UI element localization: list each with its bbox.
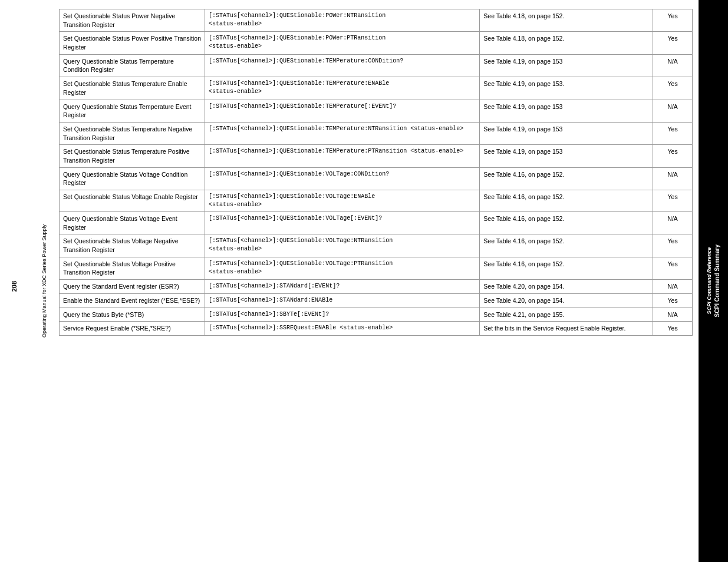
command-query: Yes <box>653 293 693 308</box>
page-container: 208 Operating Manual for XDC Series Powe… <box>0 0 728 562</box>
table-row: Query the Standard Event register (ESR?)… <box>60 280 693 294</box>
command-reference: See Table 4.18, on page 152. <box>480 32 653 54</box>
command-reference: See Table 4.21, on page 155. <box>480 308 653 322</box>
command-syntax: [:STATus[<channel>]:QUEStionable:TEMPera… <box>205 54 480 77</box>
command-reference: See Table 4.20, on page 154. <box>480 293 653 308</box>
table-row: Set Questionable Status Power Negative T… <box>60 9 693 32</box>
command-reference: See Table 4.18, on page 152. <box>480 9 653 32</box>
command-reference: See Table 4.16, on page 152. <box>480 234 653 257</box>
command-name: Query Questionable Status Voltage Event … <box>60 212 205 234</box>
command-syntax: [:STATus[<channel>]:QUEStionable:VOLTage… <box>205 190 480 212</box>
left-sidebar-text: Operating Manual for XDC Series Power Su… <box>41 224 48 338</box>
command-syntax: [:STATus[<channel>]:SSREQuest:ENABle <st… <box>205 322 480 336</box>
table-row: Set Questionable Status Temperature Enab… <box>60 77 693 100</box>
command-syntax: [:STATus[<channel>]:STANdard[:EVENt]? <box>205 280 480 294</box>
command-name: Set Questionable Status Voltage Positive… <box>60 257 205 279</box>
command-query: Yes <box>653 145 693 167</box>
command-query: Yes <box>653 32 693 54</box>
command-reference: See Table 4.16, on page 152. <box>480 190 653 212</box>
command-query: N/A <box>653 280 693 294</box>
command-name: Query the Standard Event register (ESR?) <box>60 280 205 294</box>
command-syntax: [:STATus[<channel>]:QUEStionable:VOLTage… <box>205 257 480 279</box>
command-syntax: [:STATus[<channel>]:QUEStionable:VOLTage… <box>205 234 480 257</box>
table-row: Service Request Enable (*SRE,*SRE?)[:STA… <box>60 322 693 336</box>
command-name: Service Request Enable (*SRE,*SRE?) <box>60 322 205 336</box>
command-name: Query the Status Byte (*STB) <box>60 308 205 322</box>
commands-table: Set Questionable Status Power Negative T… <box>59 9 693 336</box>
table-row: Set Questionable Status Temperature Nega… <box>60 122 693 144</box>
command-query: Yes <box>653 122 693 144</box>
command-query: N/A <box>653 308 693 322</box>
table-row: Query Questionable Status Temperature Co… <box>60 54 693 77</box>
command-name: Query Questionable Status Temperature Co… <box>60 54 205 77</box>
table-row: Set Questionable Status Power Positive T… <box>60 32 693 54</box>
left-margin: 208 <box>0 0 35 562</box>
table-row: Query Questionable Status Voltage Condit… <box>60 167 693 190</box>
right-sidebar: SCPI Command Reference SCPI Command Summ… <box>699 0 728 562</box>
command-query: N/A <box>653 100 693 122</box>
command-syntax: [:STATus[<channel>]:QUEStionable:TEMPera… <box>205 122 480 144</box>
table-row: Set Questionable Status Voltage Enable R… <box>60 190 693 212</box>
command-syntax: [:STATus[<channel>]:SBYTe[:EVENt]? <box>205 308 480 322</box>
command-syntax: [:STATus[<channel>]:QUEStionable:TEMPera… <box>205 100 480 122</box>
command-query: Yes <box>653 190 693 212</box>
command-reference: See Table 4.19, on page 153 <box>480 100 653 122</box>
content-area: Operating Manual for XDC Series Power Su… <box>35 0 699 562</box>
command-query: N/A <box>653 212 693 234</box>
command-name: Query Questionable Status Voltage Condit… <box>60 167 205 190</box>
command-query: Yes <box>653 322 693 336</box>
command-reference: See Table 4.16, on page 152. <box>480 212 653 234</box>
command-name: Set Questionable Status Temperature Posi… <box>60 145 205 167</box>
table-row: Set Questionable Status Temperature Posi… <box>60 145 693 167</box>
command-reference: See Table 4.16, on page 152. <box>480 257 653 279</box>
left-sidebar: Operating Manual for XDC Series Power Su… <box>35 0 53 562</box>
command-syntax: [:STATus[<channel>]:QUEStionable:POWer:N… <box>205 9 480 32</box>
page-number: 208 <box>11 281 18 292</box>
command-name: Set Questionable Status Voltage Negative… <box>60 234 205 257</box>
command-reference: See Table 4.16, on page 152. <box>480 167 653 190</box>
command-name: Set Questionable Status Temperature Enab… <box>60 77 205 100</box>
command-syntax: [:STATus[<channel>]:STANdard:ENABle <box>205 293 480 308</box>
command-reference: See Table 4.19, on page 153 <box>480 145 653 167</box>
table-row: Set Questionable Status Voltage Negative… <box>60 234 693 257</box>
command-name: Set Questionable Status Power Negative T… <box>60 9 205 32</box>
table-row: Query the Status Byte (*STB)[:STATus[<ch… <box>60 308 693 322</box>
sidebar-title: SCPI Command Reference SCPI Command Summ… <box>702 239 724 323</box>
table-row: Query Questionable Status Voltage Event … <box>60 212 693 234</box>
command-name: Enable the Standard Event register (*ESE… <box>60 293 205 308</box>
command-reference: See Table 4.20, on page 154. <box>480 280 653 294</box>
table-area: Set Questionable Status Power Negative T… <box>53 0 699 562</box>
table-row: Set Questionable Status Voltage Positive… <box>60 257 693 279</box>
command-name: Set Questionable Status Power Positive T… <box>60 32 205 54</box>
command-reference: Set the bits in the Service Request Enab… <box>480 322 653 336</box>
table-row: Query Questionable Status Temperature Ev… <box>60 100 693 122</box>
command-name: Set Questionable Status Voltage Enable R… <box>60 190 205 212</box>
command-query: N/A <box>653 167 693 190</box>
command-reference: See Table 4.19, on page 153 <box>480 54 653 77</box>
command-name: Query Questionable Status Temperature Ev… <box>60 100 205 122</box>
command-query: Yes <box>653 234 693 257</box>
command-reference: See Table 4.19, on page 153. <box>480 77 653 100</box>
command-reference: See Table 4.19, on page 153 <box>480 122 653 144</box>
command-query: Yes <box>653 9 693 32</box>
sidebar-line2: SCPI Command Summary <box>714 244 720 317</box>
command-syntax: [:STATus[<channel>]:QUEStionable:TEMPera… <box>205 145 480 167</box>
sidebar-line1: SCPI Command Reference <box>706 247 712 315</box>
command-query: Yes <box>653 257 693 279</box>
command-query: N/A <box>653 54 693 77</box>
command-syntax: [:STATus[<channel>]:QUEStionable:TEMPera… <box>205 77 480 100</box>
command-query: Yes <box>653 77 693 100</box>
command-syntax: [:STATus[<channel>]:QUEStionable:VOLTage… <box>205 212 480 234</box>
command-syntax: [:STATus[<channel>]:QUEStionable:POWer:P… <box>205 32 480 54</box>
command-syntax: [:STATus[<channel>]:QUEStionable:VOLTage… <box>205 167 480 190</box>
table-row: Enable the Standard Event register (*ESE… <box>60 293 693 308</box>
command-name: Set Questionable Status Temperature Nega… <box>60 122 205 144</box>
